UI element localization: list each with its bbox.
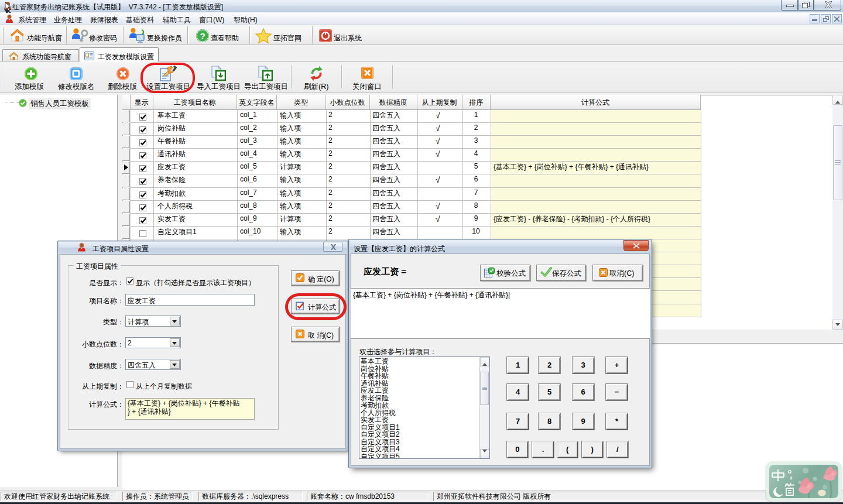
svg-text:?: ? [200, 31, 205, 41]
